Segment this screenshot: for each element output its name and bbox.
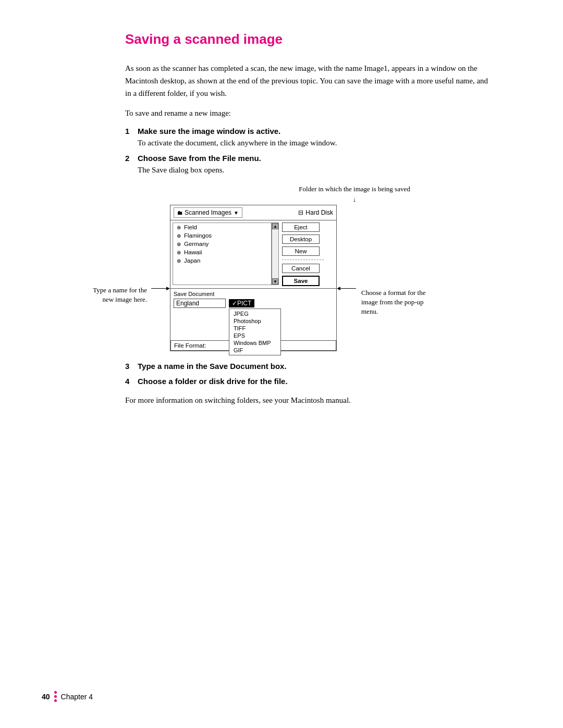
- disk-icon: ⊟: [298, 209, 303, 216]
- file-icon-2: ⊕: [175, 232, 182, 239]
- footer-dots: [54, 691, 57, 702]
- step-3-number: 3: [125, 362, 138, 371]
- step-2-container: 2 Choose Save from the File menu. The Sa…: [125, 154, 490, 175]
- step-1-instruction: Make sure the image window is active.: [138, 127, 280, 135]
- buttons-col: Eject Desktop New Cancel Save: [282, 223, 324, 286]
- save-document-section: Save Document ✓PICT JPEG Photoshop TIFF …: [170, 288, 336, 309]
- step-4-container: 4 Choose a folder or disk drive for the …: [125, 377, 490, 386]
- format-dropdown-container[interactable]: ✓PICT JPEG Photoshop TIFF EPS Windows BM…: [229, 299, 254, 307]
- left-annotation-line2: new image here.: [102, 295, 147, 303]
- file-icon-3: ⊕: [175, 240, 182, 248]
- save-dialog[interactable]: 🖿 Scanned Images ▼ ⊟ Hard Disk: [170, 205, 337, 351]
- list-item: ⊕ Germany: [173, 240, 271, 248]
- diagram-wrapper: Type a name for the new image here. ▶ 🖿 …: [83, 205, 490, 351]
- right-connector: ◀: [337, 205, 356, 291]
- step-3-container: 3 Type a name in the Save Document box.: [125, 362, 490, 371]
- desktop-button[interactable]: Desktop: [282, 235, 320, 244]
- footer-dot-1: [54, 691, 57, 694]
- step-2-instruction: Choose Save from the File menu.: [138, 154, 261, 163]
- footer-page-number: 40: [42, 693, 50, 701]
- right-connector-arrow: ◀: [337, 286, 340, 291]
- left-connector: ▶: [151, 205, 170, 291]
- format-option-gif[interactable]: GIF: [229, 347, 280, 354]
- step-1-container: 1 Make sure the image window is active. …: [125, 127, 490, 147]
- save-document-row: ✓PICT JPEG Photoshop TIFF EPS Windows BM…: [174, 299, 333, 308]
- disk-name: Hard Disk: [305, 209, 333, 216]
- footer-chapter-label: Chapter 4: [61, 693, 93, 701]
- format-option-jpeg[interactable]: JPEG: [229, 310, 280, 317]
- folder-dropdown-arrow: ▼: [234, 210, 239, 216]
- scrollbar[interactable]: ▲ ▼: [272, 223, 279, 285]
- step-3-instruction: Type a name in the Save Document box.: [138, 362, 287, 371]
- file-format-label: File Format:: [174, 342, 206, 349]
- right-annotation: Choose a format for the image from the p…: [356, 205, 439, 317]
- dialog-body: ⊕ Field ⊕ Flamingos ⊕ Germany: [170, 220, 336, 288]
- eject-button[interactable]: Eject: [282, 223, 320, 232]
- dialog-title-bar: 🖿 Scanned Images ▼ ⊟ Hard Disk: [170, 205, 336, 220]
- step-4-instruction: Choose a folder or disk drive for the fi…: [138, 377, 288, 386]
- diagram-section: Folder in which the image is being saved…: [83, 185, 490, 351]
- top-label-arrow: ↓: [219, 195, 490, 204]
- footer-dot-3: [54, 699, 57, 702]
- step-2-body: The Save dialog box opens.: [138, 166, 490, 175]
- file-name-3: Germany: [184, 241, 209, 247]
- file-icon-5: ⊕: [175, 257, 182, 264]
- step-4-number: 4: [125, 377, 138, 386]
- save-button[interactable]: Save: [282, 276, 320, 286]
- file-name-1: Field: [184, 224, 197, 230]
- footer: 40 Chapter 4: [42, 691, 93, 702]
- right-annotation-line2: image from the pop-up menu.: [361, 298, 424, 315]
- folder-dropdown[interactable]: 🖿 Scanned Images ▼: [174, 207, 242, 218]
- format-option-photoshop[interactable]: Photoshop: [229, 317, 280, 325]
- folder-icon: 🖿: [177, 209, 183, 216]
- scrollbar-down-arrow[interactable]: ▼: [272, 278, 278, 285]
- left-connector-line: [151, 288, 167, 289]
- right-annotation-line1: Choose a format for the: [361, 289, 425, 297]
- file-icon-1: ⊕: [175, 224, 182, 231]
- footer-dot-2: [54, 695, 57, 698]
- file-icon-4: ⊕: [175, 249, 182, 256]
- file-name-5: Japan: [184, 257, 200, 264]
- new-button[interactable]: New: [282, 246, 320, 256]
- right-connector-line: [340, 288, 356, 289]
- chapter-heading: Saving a scanned image: [125, 31, 521, 47]
- step-1-number: 1: [125, 127, 138, 135]
- name-input[interactable]: [174, 299, 226, 308]
- scrollbar-up-arrow[interactable]: ▲: [272, 223, 278, 229]
- format-option-tiff[interactable]: TIFF: [229, 325, 280, 332]
- scrollbar-track: [272, 229, 278, 278]
- format-option-eps[interactable]: EPS: [229, 332, 280, 339]
- format-option-windowsbmp[interactable]: Windows BMP: [229, 339, 280, 347]
- file-list: ⊕ Field ⊕ Flamingos ⊕ Germany: [173, 223, 272, 285]
- file-list-container: ⊕ Field ⊕ Flamingos ⊕ Germany: [173, 223, 279, 286]
- intro-step-text: To save and rename a new image:: [125, 107, 490, 119]
- left-annotation: Type a name for the new image here.: [83, 205, 151, 304]
- format-selected[interactable]: ✓PICT: [229, 299, 254, 307]
- list-item: ⊕ Flamingos: [173, 231, 271, 240]
- step-2-number: 2: [125, 154, 138, 163]
- file-name-2: Flamingos: [184, 232, 212, 239]
- disk-label: ⊟ Hard Disk: [298, 209, 333, 216]
- list-item: ⊕ Hawaii: [173, 248, 271, 256]
- left-annotation-line1: Type a name for the: [93, 286, 147, 294]
- file-name-4: Hawaii: [184, 249, 202, 255]
- save-document-label: Save Document: [174, 291, 333, 297]
- list-item: ⊕ Japan: [173, 256, 271, 265]
- cancel-button[interactable]: Cancel: [282, 264, 320, 273]
- format-popup-menu: JPEG Photoshop TIFF EPS Windows BMP GIF: [229, 309, 281, 355]
- list-item: ⊕ Field: [173, 223, 271, 231]
- file-list-with-scrollbar: ⊕ Field ⊕ Flamingos ⊕ Germany: [173, 223, 279, 285]
- intro-paragraph: As soon as the scanner has completed a s…: [125, 62, 490, 100]
- step-1-body: To activate the document, click anywhere…: [138, 139, 490, 147]
- final-paragraph: For more information on switching folder…: [125, 394, 490, 406]
- page: Saving a scanned image As soon as the sc…: [0, 0, 563, 728]
- folder-name: Scanned Images: [185, 209, 231, 216]
- left-connector-arrow: ▶: [166, 286, 170, 291]
- diagram-top-label: Folder in which the image is being saved: [219, 185, 490, 193]
- divider: [282, 260, 324, 260]
